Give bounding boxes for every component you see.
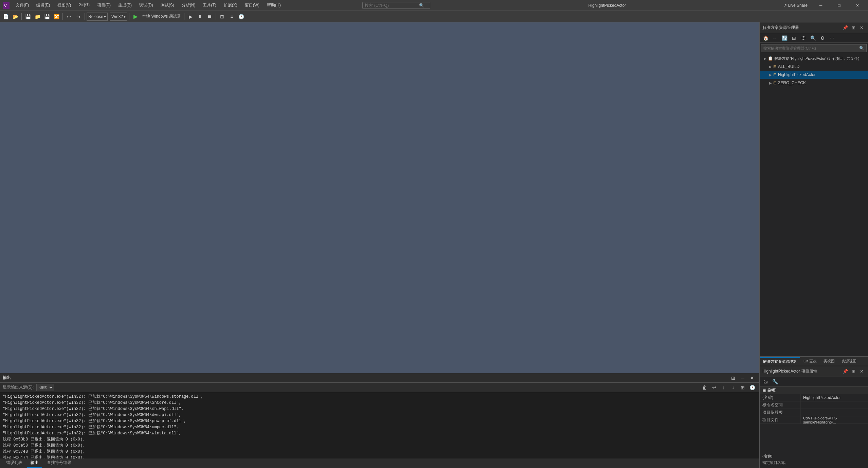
props-value-deps[interactable] bbox=[800, 409, 868, 416]
props-key-file: 项目文件 bbox=[760, 416, 800, 424]
menu-view[interactable]: 视图(V) bbox=[54, 1, 74, 10]
menu-help[interactable]: 帮助(H) bbox=[264, 1, 284, 10]
tree-item-highlight[interactable]: ▶ ⊞ HighlightPickedActor bbox=[760, 71, 868, 79]
toolbar-save[interactable]: 💾 bbox=[42, 12, 51, 21]
output-wrap-btn[interactable]: ↩ bbox=[710, 383, 719, 392]
tab-output[interactable]: 输出 bbox=[27, 458, 42, 468]
solution-search-box[interactable]: 🔍 bbox=[761, 44, 867, 52]
run-target-label: 本地 Windows 调试器 bbox=[141, 14, 182, 19]
toolbar-run2[interactable]: ▶ bbox=[186, 12, 195, 21]
tab-find-symbol[interactable]: 查找符号结果 bbox=[43, 458, 75, 468]
menu-debug[interactable]: 调试(D) bbox=[136, 1, 157, 10]
menu-edit[interactable]: 编辑(E) bbox=[33, 1, 53, 10]
sol-back-btn[interactable]: ← bbox=[771, 34, 779, 42]
props-pin-btn[interactable]: 📌 bbox=[842, 368, 849, 375]
zero-check-chevron-icon: ▶ bbox=[768, 81, 773, 85]
platform-dropdown[interactable]: Win32 ▾ bbox=[110, 13, 127, 21]
menu-bar: 文件(F) 编辑(E) 视图(V) Git(G) 项目(P) 生成(B) 调试(… bbox=[12, 1, 359, 10]
panel-close-btn[interactable]: ✕ bbox=[748, 374, 757, 382]
sol-collapse-btn[interactable]: ⊟ bbox=[790, 34, 798, 42]
minimize-button[interactable]: ─ bbox=[813, 0, 829, 11]
props-value-file[interactable]: C:\VTKFolders\VTK-sample\HighlightP... bbox=[800, 416, 868, 424]
search-box[interactable]: 🔍 bbox=[362, 2, 430, 9]
panel-float-btn[interactable]: ⊞ bbox=[729, 374, 738, 382]
output-toolbar-btns: 🗑 ↩ ↑ ↓ ⊞ 🕐 bbox=[700, 383, 757, 392]
run-button[interactable]: ▶ bbox=[131, 12, 140, 21]
menu-window[interactable]: 窗口(W) bbox=[241, 1, 263, 10]
toolbar-open[interactable]: 📂 bbox=[11, 12, 20, 21]
footer-tab-solution[interactable]: 解决方案资源管理器 bbox=[760, 357, 800, 365]
zero-check-label: ZERO_CHECK bbox=[778, 80, 806, 85]
footer-tab-git[interactable]: Git 更改 bbox=[800, 357, 820, 365]
toolbar-save-all[interactable]: 💾 bbox=[23, 12, 32, 21]
live-share-label: Live Share bbox=[788, 3, 808, 8]
config-dropdown[interactable]: Release ▾ bbox=[87, 13, 108, 21]
menu-test[interactable]: 测试(S) bbox=[157, 1, 178, 10]
tree-item-all-build[interactable]: ▶ ⊞ ALL_BUILD bbox=[760, 62, 868, 71]
props-desc-title: (名称) bbox=[762, 454, 865, 459]
menu-extensions[interactable]: 扩展(X) bbox=[220, 1, 241, 10]
props-float-btn[interactable]: ⊞ bbox=[850, 368, 857, 375]
live-share-icon: ↗ bbox=[783, 3, 787, 8]
source-select[interactable]: 调试 bbox=[36, 384, 54, 391]
props-desc-text: 指定项目名称。 bbox=[762, 460, 865, 465]
tree-item-zero-check[interactable]: ▶ ⊞ ZERO_CHECK bbox=[760, 79, 868, 87]
sol-more-btn[interactable]: ⋯ bbox=[828, 34, 836, 42]
sol-sync-btn[interactable]: 🔄 bbox=[780, 34, 789, 42]
props-row-file: 项目文件 C:\VTKFolders\VTK-sample\HighlightP… bbox=[760, 416, 868, 424]
editor-main[interactable] bbox=[0, 22, 759, 373]
output-grid-btn[interactable]: ⊞ bbox=[738, 383, 747, 392]
sol-settings-btn[interactable]: ⚙ bbox=[818, 34, 827, 42]
props-value-namespace[interactable] bbox=[800, 401, 868, 409]
highlight-icon: ⊞ bbox=[773, 72, 777, 77]
output-up-btn[interactable]: ↑ bbox=[719, 383, 728, 392]
output-content[interactable]: "HighlightPickedActor.exe"(Win32): 已加载"C… bbox=[0, 392, 759, 458]
sol-pending-btn[interactable]: ⏱ bbox=[799, 34, 808, 42]
maximize-button[interactable]: □ bbox=[831, 0, 847, 11]
sol-home-btn[interactable]: 🏠 bbox=[761, 34, 770, 42]
live-share-button[interactable]: ↗ Live Share bbox=[781, 2, 810, 9]
menu-build[interactable]: 生成(B) bbox=[115, 1, 135, 10]
footer-tab-class[interactable]: 类视图 bbox=[820, 357, 838, 365]
menu-project[interactable]: 项目(P) bbox=[94, 1, 114, 10]
menu-tools[interactable]: 工具(T) bbox=[199, 1, 219, 10]
toolbar-pause[interactable]: ⏸ bbox=[196, 12, 204, 21]
toolbar-redo[interactable]: ↪ bbox=[74, 12, 83, 21]
solution-explorer-header: 解决方案资源管理器 📌 ⊞ ✕ bbox=[760, 22, 868, 33]
footer-tab-resource[interactable]: 资源视图 bbox=[838, 357, 860, 365]
sol-close-btn[interactable]: ✕ bbox=[858, 24, 865, 32]
root-chevron-icon: ▶ bbox=[762, 57, 768, 60]
toolbar-grid[interactable]: ⊞ bbox=[218, 12, 227, 21]
tab-error-list[interactable]: 错误列表 bbox=[3, 458, 26, 468]
toolbar-open2[interactable]: 📁 bbox=[33, 12, 42, 21]
sol-filter-btn[interactable]: 🔍 bbox=[809, 34, 817, 42]
toolbar-stop[interactable]: ⏹ bbox=[205, 12, 214, 21]
toolbar-btn5[interactable]: 🔀 bbox=[52, 12, 61, 21]
sol-pin-btn[interactable]: 📌 bbox=[842, 24, 849, 32]
props-categories-btn[interactable]: 🗂 bbox=[761, 377, 770, 386]
props-alpha-btn[interactable]: 🔧 bbox=[771, 377, 779, 386]
props-value-name[interactable]: HighlightPickedActor bbox=[800, 394, 868, 401]
close-button[interactable]: ✕ bbox=[850, 0, 865, 11]
panel-minimize-btn[interactable]: ─ bbox=[738, 374, 747, 382]
output-clear-btn[interactable]: 🗑 bbox=[700, 383, 709, 392]
toolbar-new[interactable]: 📄 bbox=[1, 12, 10, 21]
toolbar-list[interactable]: ≡ bbox=[227, 12, 236, 21]
menu-git[interactable]: Git(G) bbox=[75, 1, 93, 10]
solution-root-item[interactable]: ▶ 📋 解决方案 'HighlightPickedActor' (3 个项目，共… bbox=[760, 54, 868, 62]
search-input[interactable] bbox=[365, 3, 419, 8]
sol-float-btn[interactable]: ⊞ bbox=[850, 24, 857, 32]
props-section-misc[interactable]: ▣ 杂项 bbox=[760, 386, 868, 394]
props-close-btn[interactable]: ✕ bbox=[858, 368, 865, 375]
output-clock-btn[interactable]: 🕐 bbox=[748, 383, 757, 392]
output-down-btn[interactable]: ↓ bbox=[729, 383, 738, 392]
solution-search-input[interactable] bbox=[763, 46, 859, 50]
toolbar-undo[interactable]: ↩ bbox=[65, 12, 73, 21]
bottom-panel: 输出 ⊞ ─ ✕ 显示输出来源(S): 调试 🗑 ↩ ↑ ↓ ⊞ bbox=[0, 373, 759, 468]
menu-analyze[interactable]: 分析(N) bbox=[178, 1, 199, 10]
highlight-label: HighlightPickedActor bbox=[778, 72, 816, 77]
search-icon: 🔍 bbox=[419, 3, 424, 8]
menu-file[interactable]: 文件(F) bbox=[12, 1, 32, 10]
all-build-chevron-icon: ▶ bbox=[768, 65, 773, 69]
toolbar-clock[interactable]: 🕐 bbox=[237, 12, 246, 21]
